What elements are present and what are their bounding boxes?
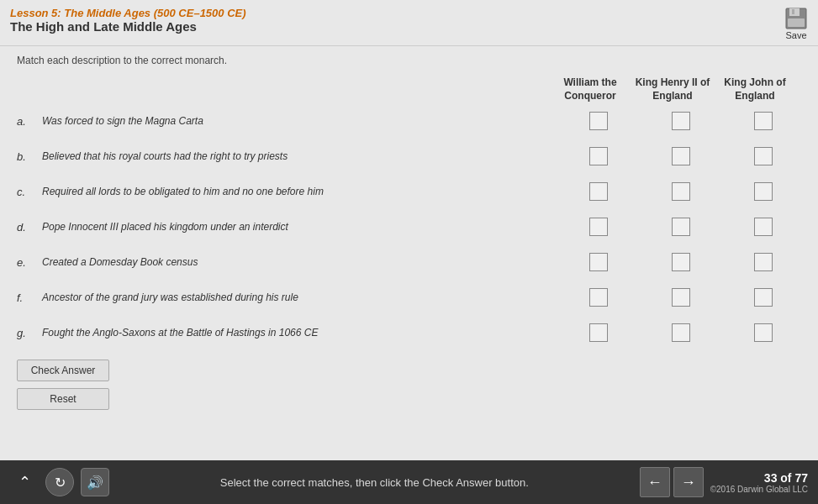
- save-label: Save: [785, 30, 806, 40]
- row-desc-d: Pope Innocent III placed his kingdom und…: [42, 221, 561, 233]
- checkbox-cell-e-henry: [643, 253, 719, 271]
- checkboxes-g: [561, 323, 801, 342]
- checkbox-cell-d-william: [561, 218, 636, 236]
- checkbox-e-william[interactable]: [589, 253, 608, 271]
- audio-button[interactable]: 🔊: [81, 468, 109, 496]
- row-letter-c: c.: [17, 186, 42, 198]
- next-button[interactable]: →: [673, 467, 704, 497]
- checkbox-f-henry[interactable]: [672, 288, 690, 307]
- checkboxes-a: [561, 112, 801, 130]
- checkbox-cell-f-john: [726, 288, 801, 307]
- checkbox-b-henry[interactable]: [672, 147, 690, 165]
- check-answer-button[interactable]: Check Answer: [17, 360, 109, 381]
- header-titles: Lesson 5: The Middle Ages (500 CE–1500 C…: [10, 7, 246, 34]
- checkboxes-c: [561, 182, 801, 201]
- nav-buttons: ← →: [640, 467, 704, 497]
- row-letter-a: a.: [17, 115, 42, 128]
- row-desc-f: Ancestor of the grand jury was establish…: [42, 291, 561, 303]
- checkbox-e-john[interactable]: [754, 253, 773, 271]
- header: Lesson 5: The Middle Ages (500 CE–1500 C…: [0, 0, 818, 46]
- row-letter-b: b.: [17, 150, 42, 163]
- checkbox-f-william[interactable]: [589, 288, 608, 307]
- bottom-instruction: Select the correct matches, then click t…: [116, 476, 633, 489]
- checkbox-cell-d-henry: [643, 218, 719, 236]
- save-button[interactable]: Save: [784, 7, 808, 40]
- checkbox-d-henry[interactable]: [672, 218, 690, 236]
- row-desc-e: Created a Domesday Book census: [42, 256, 561, 268]
- page-info: 33 of 77 ©2016 Darwin Global LLC: [710, 471, 808, 494]
- buttons-row: Check Answer Reset: [17, 360, 801, 410]
- instruction-text: Match each description to the correct mo…: [17, 55, 801, 66]
- checkbox-cell-a-john: [726, 112, 801, 130]
- row-desc-g: Fought the Anglo-Saxons at the Battle of…: [42, 327, 561, 339]
- row-desc-b: Believed that his royal courts had the r…: [42, 150, 561, 162]
- main-content: Match each description to the correct mo…: [0, 46, 818, 460]
- checkbox-cell-f-henry: [643, 288, 719, 307]
- checkboxes-f: [561, 288, 801, 307]
- row-e: e. Created a Domesday Book census: [17, 249, 801, 276]
- checkbox-a-william[interactable]: [589, 112, 608, 130]
- checkboxes-d: [561, 218, 801, 236]
- refresh-button[interactable]: ↻: [45, 468, 74, 496]
- reset-button[interactable]: Reset: [17, 388, 109, 410]
- checkbox-cell-c-henry: [643, 182, 719, 201]
- row-letter-d: d.: [17, 221, 42, 234]
- checkbox-cell-c-william: [561, 182, 636, 201]
- checkbox-cell-c-john: [726, 182, 801, 201]
- row-c: c. Required all lords to be obligated to…: [17, 178, 801, 205]
- checkbox-e-henry[interactable]: [672, 253, 690, 271]
- row-desc-a: Was forced to sign the Magna Carta: [42, 115, 561, 127]
- caret-up-icon: ⌃: [18, 473, 31, 491]
- col-header-john: King John ofEngland: [717, 76, 793, 102]
- checkbox-cell-b-henry: [643, 147, 719, 165]
- row-letter-e: e.: [17, 256, 42, 269]
- checkbox-a-john[interactable]: [754, 112, 773, 130]
- checkbox-d-william[interactable]: [589, 218, 608, 236]
- checkbox-cell-g-william: [561, 323, 636, 342]
- checkbox-f-john[interactable]: [754, 288, 773, 307]
- row-letter-f: f.: [17, 291, 42, 304]
- checkbox-b-william[interactable]: [589, 147, 608, 165]
- row-a: a. Was forced to sign the Magna Carta: [17, 108, 801, 134]
- svg-rect-3: [788, 18, 805, 27]
- checkbox-cell-e-william: [561, 253, 636, 271]
- checkbox-g-henry[interactable]: [672, 323, 690, 342]
- svg-rect-2: [792, 9, 794, 14]
- lesson-title: Lesson 5: The Middle Ages (500 CE–1500 C…: [10, 7, 246, 19]
- column-headers: William theConqueror King Henry II ofEng…: [17, 76, 801, 102]
- checkbox-cell-d-john: [726, 218, 801, 236]
- checkbox-c-henry[interactable]: [672, 182, 690, 201]
- col-header-william: William theConqueror: [552, 76, 628, 102]
- checkbox-g-william[interactable]: [589, 323, 608, 342]
- prev-button[interactable]: ←: [640, 467, 670, 497]
- checkbox-b-john[interactable]: [754, 147, 773, 165]
- row-d: d. Pope Innocent III placed his kingdom …: [17, 213, 801, 240]
- match-table: William theConqueror King Henry II ofEng…: [17, 76, 801, 346]
- audio-icon: 🔊: [87, 475, 103, 491]
- checkbox-cell-b-william: [561, 147, 636, 165]
- bottom-bar: ⌃ ↻ 🔊 Select the correct matches, then c…: [0, 460, 818, 504]
- checkbox-d-john[interactable]: [754, 218, 773, 236]
- copyright: ©2016 Darwin Global LLC: [710, 485, 808, 494]
- checkbox-a-henry[interactable]: [672, 112, 690, 130]
- checkbox-cell-e-john: [726, 253, 801, 271]
- lesson-subtitle: The High and Late Middle Ages: [10, 19, 246, 34]
- checkboxes-b: [561, 147, 801, 165]
- checkbox-cell-a-henry: [643, 112, 719, 130]
- checkbox-c-william[interactable]: [589, 182, 608, 201]
- checkbox-cell-a-william: [561, 112, 636, 130]
- row-b: b. Believed that his royal courts had th…: [17, 143, 801, 170]
- checkboxes-e: [561, 253, 801, 271]
- row-f: f. Ancestor of the grand jury was establ…: [17, 284, 801, 311]
- checkbox-cell-g-henry: [643, 323, 719, 342]
- checkbox-g-john[interactable]: [754, 323, 773, 342]
- checkbox-c-john[interactable]: [754, 182, 773, 201]
- refresh-icon: ↻: [55, 475, 66, 491]
- checkbox-cell-f-william: [561, 288, 636, 307]
- col-header-henry: King Henry II ofEngland: [635, 76, 710, 102]
- checkbox-cell-g-john: [726, 323, 801, 342]
- page-number: 33 of 77: [710, 471, 808, 485]
- row-desc-c: Required all lords to be obligated to hi…: [42, 186, 561, 197]
- caret-up-button[interactable]: ⌃: [10, 468, 39, 496]
- save-icon: [784, 7, 808, 30]
